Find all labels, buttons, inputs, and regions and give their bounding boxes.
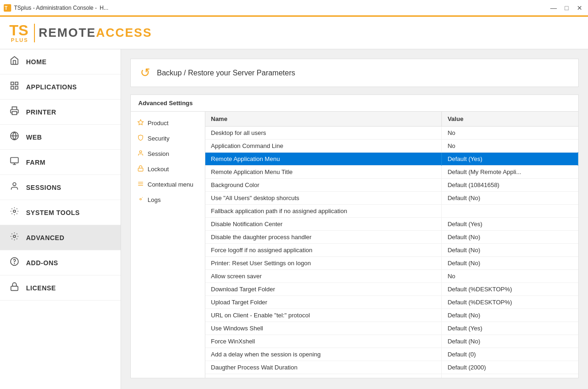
table-row[interactable]: URL on Client - Enable "tel:" protocolDe…: [205, 309, 578, 322]
table-cell-value: Default (Yes): [442, 218, 578, 231]
table-row[interactable]: Use "All Users" desktop shorcutsDefault …: [205, 192, 578, 205]
sidebar-item-label-advanced: ADVANCED: [26, 234, 64, 241]
svg-point-13: [14, 210, 16, 213]
minimize-button[interactable]: —: [549, 3, 558, 13]
nav-label-session: Session: [148, 150, 169, 157]
table-cell-name: Use "All Users" desktop shorcuts: [205, 192, 442, 205]
table-cell-value: No: [442, 270, 578, 283]
title-bar-text: TSplus - Administration Console -: [14, 5, 97, 11]
svg-rect-9: [11, 158, 19, 163]
table-cell-name: URL on Client - Enable "tel:" protocol: [205, 309, 442, 322]
table-cell-name: Force logoff if no assigned application: [205, 244, 442, 257]
nav-icon-lockout: [137, 165, 144, 173]
table-row[interactable]: Printer: Reset User Settings on logonDef…: [205, 257, 578, 270]
table-cell-value: No: [442, 127, 578, 140]
title-bar-hostname: H...: [100, 5, 108, 11]
close-button[interactable]: ✕: [575, 3, 584, 13]
settings-header: Advanced Settings: [131, 95, 578, 112]
table-row[interactable]: Remote Application Menu TitleDefault (My…: [205, 166, 578, 179]
nav-item-session[interactable]: Session: [131, 146, 205, 161]
license-icon: [9, 282, 20, 294]
table-cell-name: Force WinXshell: [205, 335, 442, 348]
settings-panel: Advanced Settings ProductSecuritySession…: [130, 94, 579, 378]
table-cell-name: File Browser: [205, 374, 442, 378]
table-cell-value: Default (2000): [442, 361, 578, 374]
svg-point-15: [14, 263, 15, 264]
settings-body: ProductSecuritySessionLockoutContextual …: [131, 112, 578, 378]
svg-point-22: [140, 198, 142, 200]
table-row[interactable]: Disable Notification CenterDefault (Yes): [205, 218, 578, 231]
sidebar-item-system-tools[interactable]: SYSTEM TOOLS: [0, 200, 121, 225]
nav-item-lockout[interactable]: Lockout: [131, 161, 205, 177]
svg-rect-3: [15, 82, 18, 85]
table-row[interactable]: Force logoff if no assigned applicationD…: [205, 244, 578, 257]
sidebar-item-applications[interactable]: APPLICATIONS: [0, 74, 121, 100]
content-area: ↺ Backup / Restore your Server Parameter…: [121, 49, 588, 389]
sidebar-item-printer[interactable]: PRINTER: [0, 100, 121, 125]
sidebar-item-label-sessions: SESSIONS: [26, 184, 61, 191]
table-row[interactable]: Background ColorDefault (10841658): [205, 179, 578, 192]
table-row[interactable]: Disable the daughter process handlerDefa…: [205, 231, 578, 244]
nav-item-logs[interactable]: Logs: [131, 192, 205, 208]
system-tools-icon: [9, 207, 20, 218]
table-row[interactable]: Fallback application path if no assigned…: [205, 205, 578, 218]
svg-rect-16: [11, 286, 18, 290]
nav-item-product[interactable]: Product: [131, 115, 205, 131]
nav-icon-security: [137, 134, 144, 142]
table-cell-value: Default (No): [442, 192, 578, 205]
nav-icon-logs: [137, 196, 144, 204]
sidebar-item-advanced[interactable]: ADVANCED: [0, 225, 121, 250]
applications-icon: [9, 81, 20, 93]
table-row[interactable]: Force WinXshellDefault (No): [205, 335, 578, 348]
nav-label-logs: Logs: [148, 196, 161, 203]
table-cell-value: Default (My Remote Appli...: [442, 166, 578, 179]
table-row[interactable]: Add a delay when the session is openingD…: [205, 348, 578, 361]
table-cell-value: Default (Use Windows Ex...: [442, 374, 578, 378]
nav-item-security[interactable]: Security: [131, 131, 205, 146]
main-layout: HOMEAPPLICATIONSPRINTERWEBFARMSESSIONSSY…: [0, 49, 588, 389]
table-row[interactable]: Remote Application MenuDefault (Yes): [205, 153, 578, 166]
sidebar-item-label-farm: FARM: [26, 159, 46, 166]
table-row[interactable]: Daugther Process Wait DurationDefault (2…: [205, 361, 578, 374]
svg-point-14: [14, 235, 16, 238]
table-cell-name: Remote Application Menu: [205, 153, 442, 166]
table-cell-name: Application Command Line: [205, 140, 442, 153]
sidebar-item-farm[interactable]: FARM: [0, 150, 121, 175]
table-cell-value: Default (10841658): [442, 179, 578, 192]
sidebar-item-license[interactable]: LICENSE: [0, 275, 121, 301]
sidebar-item-web[interactable]: WEB: [0, 125, 121, 150]
sidebar-item-home[interactable]: HOME: [0, 49, 121, 74]
logo-remote-access: REMOTE ACCESS: [39, 26, 152, 40]
table-row[interactable]: Use Windows ShellDefault (Yes): [205, 322, 578, 335]
sidebar-item-add-ons[interactable]: ADD-ONS: [0, 250, 121, 275]
sidebar-item-sessions[interactable]: SESSIONS: [0, 175, 121, 200]
page-header: ↺ Backup / Restore your Server Parameter…: [130, 59, 579, 87]
col-header-name: Name: [205, 112, 442, 127]
table-row[interactable]: Desktop for all usersNo: [205, 127, 578, 140]
table-row[interactable]: Allow screen saverNo: [205, 270, 578, 283]
add-ons-icon: [9, 257, 20, 268]
table-area: Name Value Desktop for all usersNoApplic…: [205, 112, 578, 378]
svg-rect-5: [11, 87, 14, 89]
table-cell-value: No: [442, 140, 578, 153]
table-scroll[interactable]: Name Value Desktop for all usersNoApplic…: [205, 112, 578, 378]
table-row[interactable]: File BrowserDefault (Use Windows Ex...: [205, 374, 578, 378]
sidebar-item-label-home: HOME: [26, 58, 47, 66]
nav-icon-product: [137, 119, 144, 127]
logo-remote-text: REMOTE: [39, 26, 96, 40]
logo-area: TS PLUS REMOTE ACCESS: [0, 17, 588, 49]
table-cell-value: [442, 205, 578, 218]
nav-label-security: Security: [148, 135, 169, 142]
table-cell-name: Allow screen saver: [205, 270, 442, 283]
nav-label-lockout: Lockout: [148, 166, 169, 173]
nav-item-contextual-menu[interactable]: Contextual menu: [131, 177, 205, 192]
printer-icon: [9, 106, 20, 118]
table-row[interactable]: Application Command LineNo: [205, 140, 578, 153]
table-row[interactable]: Upload Target FolderDefault (%DESKTOP%): [205, 296, 578, 309]
maximize-button[interactable]: □: [562, 3, 571, 13]
table-row[interactable]: Download Target FolderDefault (%DESKTOP%…: [205, 283, 578, 296]
table-cell-value: Default (No): [442, 309, 578, 322]
settings-table: Name Value Desktop for all usersNoApplic…: [205, 112, 578, 378]
settings-nav: ProductSecuritySessionLockoutContextual …: [131, 112, 205, 378]
table-cell-name: Upload Target Folder: [205, 296, 442, 309]
